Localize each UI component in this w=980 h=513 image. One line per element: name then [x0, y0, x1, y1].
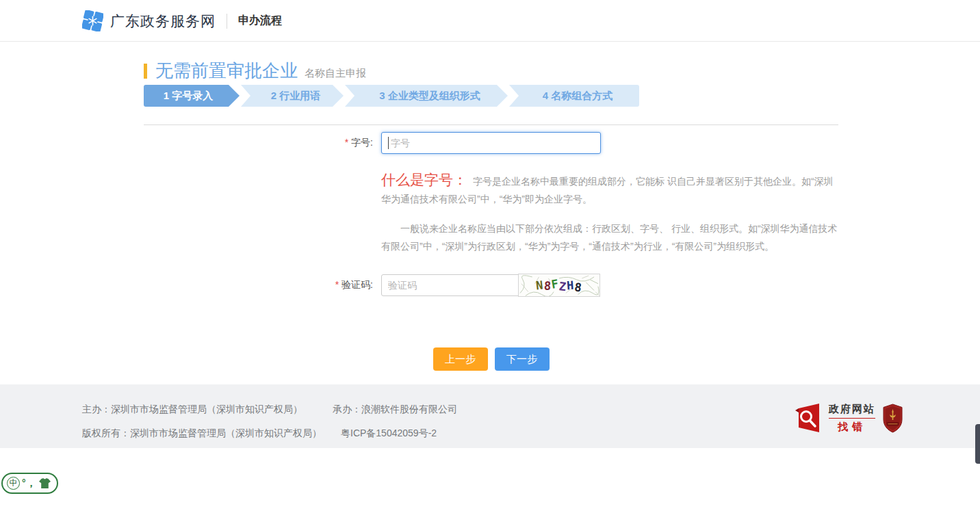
footer-spacer — [302, 404, 333, 416]
site-name: 广东政务服务网 — [110, 12, 216, 31]
ziho-form-row: *字号: — [144, 132, 601, 154]
required-asterisk: * — [335, 279, 339, 290]
captcha-label-text: 验证码: — [341, 279, 373, 290]
error-badge-text: 政府网站 找错 — [829, 403, 875, 434]
help-heading: 什么是字号： — [381, 172, 467, 187]
page-title-row: 无需前置审批企业 名称自主申报 — [144, 59, 366, 83]
step-tabs: 1 字号录入 2 行业用语 3 企业类型及组织形式 4 名称组合方式 — [144, 85, 641, 107]
footer-badges: 政府网站 找错 — [793, 402, 903, 434]
captcha-input-wrap: N8FZH8 — [381, 274, 600, 297]
title-accent-bar — [144, 64, 147, 79]
gov-shield-icon — [882, 404, 903, 433]
site-logo-pinwheel-icon — [82, 10, 103, 31]
text-caret — [388, 137, 389, 149]
page-title: 无需前置审批企业 — [155, 59, 298, 83]
footer-icp-number[interactable]: 粤ICP备15042059号-2 — [341, 428, 437, 440]
footer-line-1: 主办：深圳市市场监督管理局（深圳市知识产权局） 承办：浪潮软件股份有限公司 — [82, 404, 457, 416]
required-asterisk: * — [345, 137, 348, 148]
page: 广东政务服务网 申办流程 无需前置审批企业 名称自主申报 1 字号录入 2 行业… — [0, 0, 980, 513]
help-paragraph-1: 什么是字号：字号是企业名称中最重要的组成部分，它能标 识自己并显著区别于其他企业… — [381, 171, 840, 208]
header: 广东政务服务网 申办流程 — [0, 0, 980, 42]
ime-language-mode[interactable]: 中 — [7, 477, 20, 490]
help-paragraph-2: 一般说来企业名称应当由以下部分依次组成：行政区划、字号、 行业、组织形式。如“深… — [381, 220, 840, 255]
ime-skin-tshirt-icon[interactable] — [39, 478, 51, 488]
footer-undertaker: 承办：浪潮软件股份有限公司 — [333, 404, 457, 416]
footer: 主办：深圳市市场监督管理局（深圳市知识产权局） 承办：浪潮软件股份有限公司 版权… — [0, 384, 980, 448]
captcha-image[interactable]: N8FZH8 — [518, 274, 600, 297]
help-block: 什么是字号：字号是企业名称中最重要的组成部分，它能标 识自己并显著区别于其他企业… — [381, 171, 840, 255]
captcha-label: *验证码: — [144, 279, 373, 291]
step-tab-1-ziho-entry[interactable]: 1 字号录入 — [144, 85, 240, 107]
brand[interactable]: 广东政务服务网 申办流程 — [82, 10, 282, 31]
next-step-button[interactable]: 下一步 — [495, 347, 550, 371]
gov-site-error-report-badge[interactable]: 政府网站 找错 — [793, 402, 875, 434]
ziho-input-wrap — [381, 132, 601, 154]
captcha-input[interactable] — [381, 274, 519, 296]
error-badge-line1: 政府网站 — [829, 403, 875, 419]
ime-status-bar[interactable]: 中 °， — [1, 473, 58, 494]
step-tab-4-name-combination[interactable]: 4 名称组合方式 — [509, 85, 639, 107]
scrollbar-thumb[interactable] — [975, 424, 980, 464]
ziho-label-text: 字号: — [351, 137, 373, 148]
footer-host: 主办：深圳市市场监督管理局（深圳市知识产权局） — [82, 404, 302, 416]
ime-punctuation-mode[interactable]: °， — [22, 477, 37, 490]
error-report-flag-icon — [793, 402, 825, 434]
section-title: 申办流程 — [238, 14, 282, 28]
step-tab-3-enterprise-type[interactable]: 3 企业类型及组织形式 — [345, 85, 508, 107]
footer-spacer — [322, 428, 341, 440]
action-buttons: 上一步 下一步 — [144, 347, 838, 371]
footer-line-2: 版权所有：深圳市市场监督管理局（深圳市知识产权局） 粤ICP备15042059号… — [82, 428, 437, 440]
content-divider — [144, 124, 838, 125]
step-tab-2-industry-term[interactable]: 2 行业用语 — [241, 85, 344, 107]
error-badge-line2: 找错 — [829, 421, 875, 434]
captcha-form-row: *验证码: — [144, 274, 600, 297]
gov-shield-badge[interactable] — [882, 404, 903, 433]
ziho-label: *字号: — [144, 137, 373, 149]
page-subtitle: 名称自主申报 — [305, 67, 366, 80]
ziho-input[interactable] — [381, 132, 601, 154]
footer-copyright: 版权所有：深圳市市场监督管理局（深圳市知识产权局） — [82, 428, 322, 440]
brand-divider — [227, 14, 227, 29]
previous-step-button[interactable]: 上一步 — [433, 347, 488, 371]
captcha-code: N8FZH8 — [536, 278, 582, 292]
